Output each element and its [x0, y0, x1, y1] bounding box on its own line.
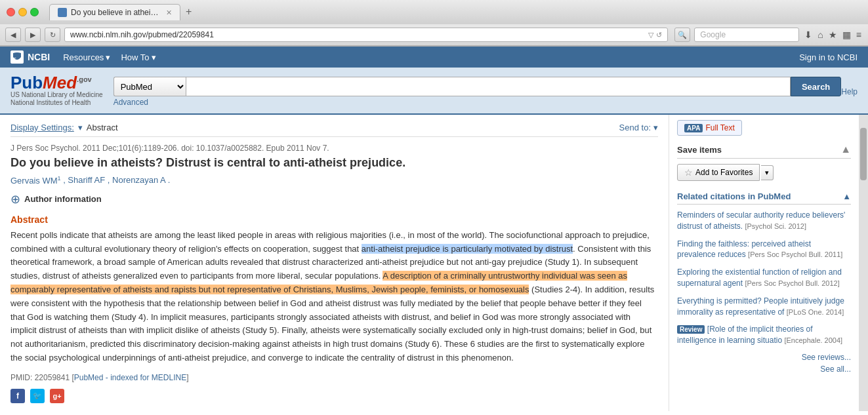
grid-icon[interactable]: ▦ — [841, 28, 852, 41]
citation-item-4: Everything is permitted? People intuitiv… — [677, 296, 851, 318]
pubmed-logo: PubMed.gov — [10, 74, 103, 91]
save-items-title: Save items — [677, 145, 722, 155]
maximize-window-btn[interactable] — [30, 8, 39, 16]
refresh-button[interactable]: ↻ — [45, 28, 60, 42]
pubmed-logo-area: PubMed.gov US National Library of Medici… — [10, 74, 103, 107]
scrollbar-thumb[interactable] — [860, 128, 867, 180]
new-tab-button[interactable]: + — [180, 6, 197, 20]
back-button[interactable]: ◀ — [5, 28, 21, 42]
search-button[interactable]: Search — [791, 77, 841, 96]
scrollbar[interactable] — [859, 115, 868, 411]
add-to-favorites-button[interactable]: ☆ Add to Favorites — [677, 164, 760, 181]
gov-text: .gov — [77, 75, 92, 83]
related-collapse[interactable]: ▲ — [842, 191, 851, 201]
display-settings-link[interactable]: Display Settings: — [10, 123, 74, 132]
tab-bar: Do you believe in atheists... ✕ + — [49, 4, 861, 20]
close-window-btn[interactable] — [7, 8, 15, 16]
display-bar: Display Settings: ▾ Abstract Send to: ▾ — [10, 123, 658, 137]
add-favorites-row: ☆ Add to Favorites ▾ — [677, 164, 851, 181]
author-info-label: Author information — [24, 194, 102, 204]
tab-close-icon[interactable]: ✕ — [166, 9, 172, 17]
display-format: Abstract — [87, 123, 118, 132]
home-icon[interactable]: ⌂ — [816, 28, 824, 41]
pubmed-search-input[interactable] — [186, 77, 791, 96]
pmid-label: PMID: — [10, 373, 32, 382]
window-controls — [7, 8, 39, 16]
title-bar: Do you believe in atheists... ✕ + — [0, 0, 868, 24]
citation-item-2: Finding the faithless: perceived atheist… — [677, 239, 851, 261]
article-authors: Gervais WM1 , Shariff AF , Norenzayan A … — [10, 174, 658, 185]
star-icon[interactable]: ★ — [827, 28, 838, 41]
howto-nav[interactable]: How To ▾ — [121, 52, 155, 62]
author-info-toggle[interactable]: ⊕ Author information — [10, 192, 658, 207]
minimize-window-btn[interactable] — [18, 8, 27, 16]
see-reviews-link[interactable]: See reviews... — [677, 353, 851, 362]
social-icons: f 🐦 g+ — [10, 389, 658, 403]
favorites-dropdown-button[interactable]: ▾ — [761, 165, 774, 180]
save-items-collapse[interactable]: ▲ — [840, 144, 851, 155]
citation-source-1: [Psychol Sci. 2012] — [745, 222, 806, 230]
facebook-icon[interactable]: f — [10, 389, 25, 403]
sign-in-link[interactable]: Sign in to NCBI — [799, 52, 858, 62]
browser-tab[interactable]: Do you believe in atheists... ✕ — [49, 4, 180, 20]
full-text-label: Full Text — [705, 123, 734, 132]
google-plus-icon[interactable]: g+ — [50, 389, 64, 403]
article-title: Do you believe in atheists? Distrust is … — [10, 155, 658, 170]
resources-chevron: ▾ — [106, 52, 110, 62]
content-area: Display Settings: ▾ Abstract Send to: ▾ … — [0, 115, 669, 411]
browser-search-input[interactable]: Google — [694, 28, 799, 42]
add-favorites-label: Add to Favorites — [695, 168, 753, 177]
pmid-link[interactable]: PubMed - indexed for MEDLINE — [74, 373, 186, 382]
url-text: www.ncbi.nlm.nih.gov/pubmed/22059841 — [70, 30, 646, 39]
help-link[interactable]: Help — [841, 74, 858, 96]
database-select[interactable]: PubMed — [114, 77, 186, 96]
apa-section: APA Full Text — [677, 120, 851, 136]
review-badge: Review — [677, 325, 705, 334]
author2-link[interactable]: , Shariff AF — [63, 176, 105, 186]
abstract-text-3: (Studies 2-4). In addition, results were… — [10, 285, 654, 363]
send-to-dropdown[interactable]: ▾ — [653, 123, 658, 132]
tab-favicon — [58, 8, 67, 17]
see-all-link[interactable]: See all... — [677, 365, 851, 374]
send-to-link[interactable]: Send to: — [619, 123, 651, 132]
menu-icon[interactable]: ≡ — [855, 28, 863, 41]
browser-chrome: Do you believe in atheists... ✕ + ◀ ▶ ↻ … — [0, 0, 868, 47]
google-label: Google — [700, 30, 726, 39]
pmid-value: 22059841 — [35, 373, 70, 382]
citation-item-3: Exploring the existential function of re… — [677, 267, 851, 289]
citation-source-3: [Pers Soc Psychol Bull. 2012] — [745, 279, 839, 287]
author1-link[interactable]: Gervais WM1 — [10, 176, 63, 186]
forward-button[interactable]: ▶ — [25, 28, 41, 42]
abstract-highlight-1: anti-atheist prejudice is particularly m… — [362, 244, 573, 254]
advanced-search-link[interactable]: Advanced — [114, 98, 842, 107]
citation-source-2: [Pers Soc Psychol Bull. 2011] — [748, 250, 842, 258]
apa-button[interactable]: APA Full Text — [677, 120, 742, 136]
abstract-section: Abstract Recent polls indicate that athe… — [10, 214, 658, 365]
url-box[interactable]: www.ncbi.nlm.nih.gov/pubmed/22059841 ▽ ↺ — [64, 28, 668, 42]
med-text: Med — [43, 73, 77, 92]
google-search-icon: 🔍 — [674, 28, 690, 42]
ncbi-nav: Resources ▾ How To ▾ — [63, 52, 155, 62]
svg-text:~: ~ — [13, 55, 16, 61]
resources-nav[interactable]: Resources ▾ — [63, 52, 110, 62]
ncbi-header: ~ NCBI Resources ▾ How To ▾ Sign in to N… — [0, 47, 868, 68]
apa-badge: APA — [684, 124, 703, 132]
author3-link[interactable]: , Norenzayan A — [108, 176, 165, 186]
related-citations: Related citations in PubMed ▲ Reminders … — [677, 191, 851, 374]
citation-item-1: Reminders of secular authority reduce be… — [677, 210, 851, 232]
reload-icon: ↺ — [656, 31, 662, 39]
pub-text: Pub — [10, 73, 43, 92]
download-icon[interactable]: ⬇ — [803, 28, 814, 41]
ncbi-logo: ~ NCBI — [10, 50, 50, 64]
display-settings-dropdown[interactable]: ▾ — [78, 123, 83, 132]
article-journal: J Pers Soc Psychol. 2011 Dec;101(6):1189… — [10, 144, 658, 153]
search-area: PubMed Search Advanced — [114, 77, 842, 107]
citation-source-4: [PLoS One. 2014] — [787, 308, 844, 316]
url-icons: ▽ ↺ — [648, 31, 662, 39]
ncbi-logo-icon: ~ — [10, 50, 24, 64]
pubmed-searchbar: PubMed.gov US National Library of Medici… — [0, 68, 868, 115]
expand-icon: ⊕ — [10, 192, 20, 207]
pmid-line: PMID: 22059841 [PubMed - indexed for MED… — [10, 373, 658, 382]
save-items-section: Save items ▲ ☆ Add to Favorites ▾ — [677, 144, 851, 181]
twitter-icon[interactable]: 🐦 — [30, 389, 45, 403]
